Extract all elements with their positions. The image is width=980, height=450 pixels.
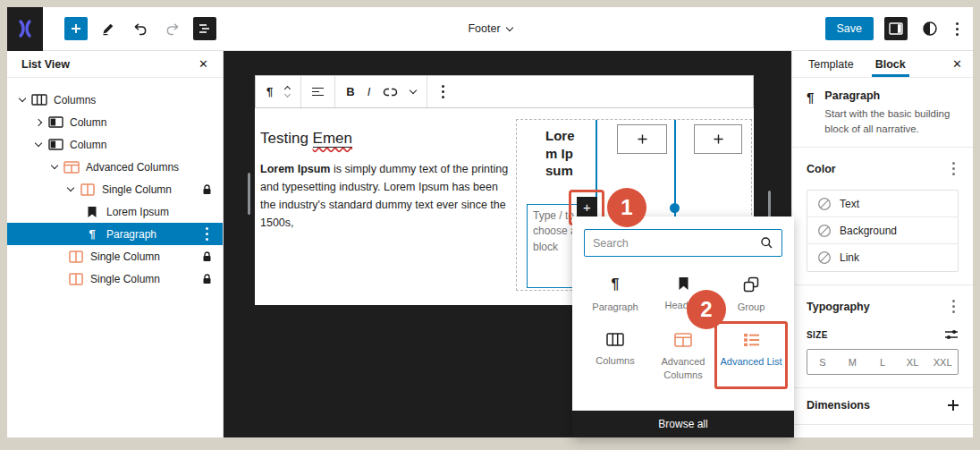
block-options-group <box>427 76 459 107</box>
chevron-down-icon[interactable] <box>67 184 74 191</box>
chevron-down-icon[interactable] <box>35 140 42 147</box>
typography-options-button[interactable] <box>949 296 959 317</box>
formatting-group: B I <box>335 76 427 107</box>
column-heading[interactable]: Lorem Ipsum <box>545 127 579 180</box>
list-item-column-1[interactable]: Column <box>7 111 223 133</box>
column-icon <box>47 116 63 128</box>
list-item-paragraph-selected[interactable]: ¶ Paragraph <box>7 223 223 245</box>
paragraph-icon: ¶ <box>612 276 620 293</box>
list-item-lorem-ipsum[interactable]: Lorem Ipsum <box>7 200 223 223</box>
single-column-icon <box>80 183 96 196</box>
plus-icon <box>637 133 648 145</box>
search-input[interactable] <box>593 237 755 250</box>
typography-section: Typography SIZE S M L XL XXL <box>792 285 973 388</box>
block-appender-button[interactable] <box>617 124 667 154</box>
page-paragraph[interactable]: Lorem Ipsum is simply dummy text of the … <box>260 160 515 232</box>
wordpress-site-editor: Footer Save Li <box>0 0 980 450</box>
canvas-left-scrollbar[interactable] <box>248 173 250 215</box>
tab-template[interactable]: Template <box>798 51 865 77</box>
advanced-section[interactable]: Advanced <box>792 425 973 437</box>
color-options-button[interactable] <box>949 158 959 179</box>
color-setting-text[interactable]: Text <box>807 191 958 217</box>
chevron-down-icon[interactable] <box>51 162 58 169</box>
inserter-item-paragraph[interactable]: ¶ Paragraph <box>581 267 649 318</box>
size-settings-icon[interactable] <box>944 328 959 341</box>
paragraph-icon: ¶ <box>84 227 100 241</box>
italic-button[interactable]: I <box>368 85 371 98</box>
single-column-icon <box>68 273 84 285</box>
alignment-group <box>301 76 335 107</box>
chevron-down-icon[interactable] <box>19 95 26 102</box>
single-column-icon <box>68 250 84 263</box>
inserter-item-group[interactable]: Group <box>717 267 785 318</box>
drag-handle-dot[interactable] <box>670 203 680 213</box>
document-switcher[interactable]: Footer <box>468 22 511 35</box>
no-color-icon <box>817 197 832 211</box>
paragraph-block-icon[interactable]: ¶ <box>266 85 273 98</box>
list-item-single-column-2[interactable]: Single Column <box>7 245 223 267</box>
size-option-xxl[interactable]: XXL <box>927 350 958 374</box>
more-formats-chevron-icon[interactable] <box>410 87 417 94</box>
text-align-button[interactable] <box>312 88 324 97</box>
inserter-item-advanced-list[interactable]: Advanced List <box>714 321 788 389</box>
item-options-button[interactable] <box>202 224 212 244</box>
inserter-search <box>584 229 782 257</box>
inserter-block-grid: ¶ Paragraph Heading Group <box>572 260 794 386</box>
save-button[interactable]: Save <box>825 17 874 40</box>
bold-button[interactable]: B <box>346 85 354 98</box>
chevron-right-icon[interactable] <box>35 118 42 125</box>
browse-all-button[interactable]: Browse all <box>572 411 794 437</box>
dimensions-section[interactable]: Dimensions <box>792 388 973 425</box>
styles-button[interactable] <box>918 17 942 40</box>
list-item-single-column-1[interactable]: Single Column <box>7 178 223 200</box>
group-icon <box>743 276 759 293</box>
no-color-icon <box>817 224 832 238</box>
color-setting-background[interactable]: Background <box>807 217 958 244</box>
redo-button[interactable] <box>161 17 184 40</box>
block-mover-control[interactable] <box>285 87 290 97</box>
list-item-column-2[interactable]: Column <box>7 133 223 156</box>
inserter-item-columns[interactable]: Columns <box>581 324 649 386</box>
link-button[interactable] <box>383 87 398 98</box>
list-view-panel: List View ✕ Columns Column <box>7 51 224 437</box>
block-options-button[interactable] <box>438 81 448 102</box>
size-option-l[interactable]: L <box>867 350 898 374</box>
list-item-label: Single Column <box>90 250 160 263</box>
undo-button[interactable] <box>129 17 152 40</box>
block-toolbar: ¶ B I <box>255 75 754 108</box>
editor-canvas: ¶ B I <box>224 51 791 437</box>
settings-sidebar-toggle-button[interactable] <box>884 17 908 40</box>
misspelled-word: Emen <box>313 130 352 148</box>
lock-icon <box>202 184 212 195</box>
size-option-m[interactable]: M <box>838 350 868 374</box>
close-sidebar-button[interactable]: ✕ <box>949 55 966 72</box>
block-card: ¶ Paragraph Start with the basic buildin… <box>792 78 973 148</box>
add-dimensions-button[interactable] <box>948 400 959 411</box>
list-view-toggle-button[interactable] <box>193 17 216 40</box>
options-menu-button[interactable] <box>952 19 962 39</box>
inline-inserter-button[interactable]: + <box>577 197 597 217</box>
list-item-advanced-columns[interactable]: Advanced Columns <box>7 156 223 178</box>
color-setting-link[interactable]: Link <box>807 244 958 271</box>
columns-icon <box>31 94 47 106</box>
list-item-label: Columns <box>54 94 96 106</box>
site-logo-button[interactable] <box>7 7 43 51</box>
tab-block[interactable]: Block <box>865 51 917 77</box>
size-option-s[interactable]: S <box>807 350 838 374</box>
editor-body: List View ✕ Columns Column <box>7 51 973 437</box>
list-item-single-column-3[interactable]: Single Column <box>7 267 223 290</box>
list-item-label: Column <box>70 116 106 129</box>
no-color-icon <box>817 250 832 265</box>
size-option-xl[interactable]: XL <box>898 350 928 374</box>
chevron-down-icon <box>505 23 512 30</box>
list-item-columns[interactable]: Columns <box>7 89 223 111</box>
inserter-item-advanced-columns[interactable]: Advanced Columns <box>649 324 717 386</box>
close-list-view-button[interactable]: ✕ <box>195 55 212 72</box>
block-appender-button[interactable] <box>694 124 742 154</box>
inserter-toggle-button[interactable] <box>64 17 88 40</box>
paragraph-icon: ¶ <box>807 89 814 136</box>
edit-tool-button[interactable] <box>97 17 120 40</box>
lock-icon <box>202 274 212 284</box>
annotation-step-1: 1 <box>607 188 646 227</box>
size-label: SIZE <box>807 330 828 340</box>
